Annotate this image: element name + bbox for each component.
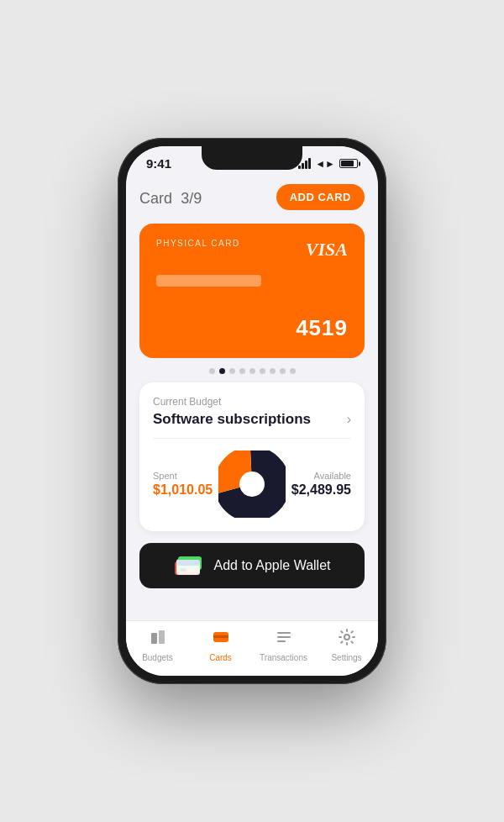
carousel-dot-8[interactable]	[290, 368, 296, 374]
nav-label-transactions: Transactions	[260, 653, 307, 662]
cards-icon	[212, 628, 230, 651]
wallet-icon	[173, 555, 203, 577]
bottom-navigation: Budgets Cards	[126, 620, 378, 676]
page-header: Card 3/9 ADD CARD	[139, 174, 365, 224]
visa-logo: VISA	[306, 239, 348, 261]
budget-card: Current Budget Software subscriptions › …	[139, 382, 365, 531]
wifi-icon: ◄►	[315, 158, 335, 170]
svg-rect-9	[159, 630, 165, 644]
apple-wallet-label: Add to Apple Wallet	[213, 558, 330, 573]
spent-value: $1,010.05	[153, 482, 213, 498]
phone-frame: 9:41 ◄► Card 3/9	[118, 138, 386, 684]
budget-name: Software subscriptions	[153, 411, 311, 428]
credit-card[interactable]: PHYSICAL CARD VISA 4519	[139, 224, 365, 358]
add-card-button[interactable]: ADD CARD	[276, 184, 365, 210]
main-content: Card 3/9 ADD CARD PHYSICAL CARD VISA 451…	[126, 174, 378, 620]
carousel-dot-2[interactable]	[229, 368, 235, 374]
nav-label-cards: Cards	[209, 653, 232, 662]
svg-rect-11	[213, 635, 228, 638]
spent-group: Spent $1,010.05	[153, 471, 213, 498]
status-time: 9:41	[146, 156, 171, 171]
budget-pie-chart	[218, 451, 286, 518]
card-count: 3/9	[181, 190, 202, 207]
notch	[202, 146, 302, 170]
svg-rect-8	[151, 633, 157, 644]
page-title: Card 3/9	[139, 187, 202, 208]
settings-icon	[338, 628, 356, 651]
carousel-dot-5[interactable]	[260, 368, 265, 374]
status-icons: ◄►	[298, 158, 358, 170]
carousel-dot-1[interactable]	[219, 368, 225, 374]
card-last-four: 4519	[296, 315, 348, 341]
nav-item-settings[interactable]: Settings	[315, 628, 378, 662]
budget-name-row[interactable]: Software subscriptions ›	[153, 411, 351, 439]
nav-item-cards[interactable]: Cards	[189, 628, 252, 662]
available-label: Available	[291, 471, 351, 481]
available-group: Available $2,489.95	[291, 471, 351, 498]
svg-rect-7	[180, 568, 186, 572]
phone-screen: 9:41 ◄► Card 3/9	[126, 146, 378, 676]
carousel-dot-6[interactable]	[270, 368, 276, 374]
chevron-right-icon: ›	[347, 412, 351, 427]
nav-item-transactions[interactable]: Transactions	[252, 628, 315, 662]
budget-stats: Spent $1,010.05 Available $2,489.95	[153, 451, 351, 518]
card-dots	[139, 368, 365, 374]
carousel-dot-7[interactable]	[280, 368, 286, 374]
card-container: PHYSICAL CARD VISA 4519	[139, 224, 365, 358]
budgets-icon	[149, 628, 167, 651]
nav-label-budgets: Budgets	[142, 653, 173, 662]
available-value: $2,489.95	[291, 482, 351, 498]
svg-rect-6	[176, 560, 200, 566]
budget-label: Current Budget	[153, 396, 351, 408]
svg-point-15	[344, 635, 349, 640]
spent-label: Spent	[153, 471, 213, 481]
carousel-dot-0[interactable]	[209, 368, 215, 374]
apple-wallet-button[interactable]: Add to Apple Wallet	[139, 543, 365, 588]
carousel-dot-3[interactable]	[239, 368, 245, 374]
nav-label-settings: Settings	[331, 653, 361, 662]
card-number-bar	[156, 275, 261, 287]
transactions-icon	[275, 628, 293, 651]
battery-icon	[339, 159, 358, 168]
carousel-dot-4[interactable]	[249, 368, 255, 374]
nav-item-budgets[interactable]: Budgets	[126, 628, 189, 662]
